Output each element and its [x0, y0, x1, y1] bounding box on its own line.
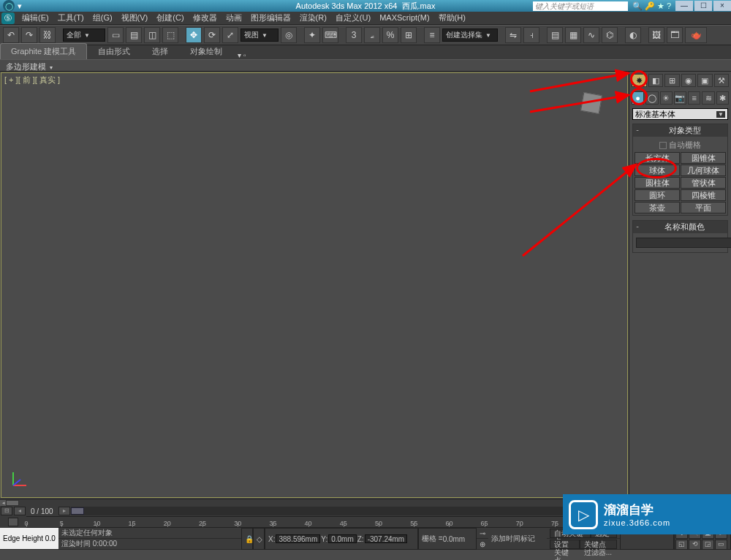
time-slider-knob[interactable] — [71, 507, 84, 515]
select-move-button[interactable]: ✥ — [186, 27, 202, 43]
menu-item[interactable]: 修改器 — [189, 13, 221, 22]
systems-cat-button[interactable]: ✱ — [716, 91, 729, 105]
setkey-button[interactable]: 设置关键点 — [550, 540, 580, 549]
render-frame-button[interactable]: 🗔 — [667, 27, 683, 43]
walk-button[interactable]: ▭ — [715, 540, 727, 550]
orbit-button[interactable]: ⟲ — [689, 540, 701, 550]
object-type-button[interactable]: 几何球体 — [681, 164, 726, 176]
menu-item[interactable]: 编辑(E) — [18, 13, 53, 22]
viewport-label[interactable]: [ + ][ 前 ][ 真实 ] — [4, 75, 60, 86]
zoomall-button[interactable]: ◱ — [675, 540, 688, 550]
schematic-button[interactable]: ⌬ — [602, 27, 618, 43]
trackbar-button[interactable] — [0, 516, 26, 528]
helpers-cat-button[interactable]: ≡ — [688, 91, 700, 105]
rollout-toggle-icon[interactable]: - — [633, 222, 642, 232]
select-scale-button[interactable]: ⤢ — [222, 27, 238, 43]
menu-item[interactable]: 渲染(R) — [295, 13, 331, 22]
qat-icon[interactable]: ▾ — [18, 1, 22, 11]
pivot-button[interactable]: ◎ — [281, 27, 297, 43]
prevkey-button[interactable]: ◂ — [14, 507, 26, 515]
maximize-vp-button[interactable]: ◲ — [702, 540, 714, 550]
ribbon-tab-freeform[interactable]: 自由形式 — [87, 43, 141, 59]
maximize-button[interactable]: ☐ — [694, 1, 712, 11]
rollout-toggle-icon[interactable]: - — [633, 125, 642, 136]
select-rotate-button[interactable]: ⟳ — [204, 27, 220, 43]
object-type-button[interactable]: 圆柱体 — [635, 177, 680, 189]
selection-filter-dropdown[interactable]: 全部▼ — [63, 29, 105, 42]
timetag-key-icon[interactable]: ⊸ — [477, 528, 488, 539]
spacewarps-cat-button[interactable]: ≋ — [702, 91, 714, 105]
geometry-cat-button[interactable]: ● — [632, 91, 644, 105]
minimize-button[interactable]: — — [675, 1, 693, 11]
undo-button[interactable]: ↶ — [3, 27, 19, 43]
keymode-button[interactable]: ⌨ — [322, 27, 338, 43]
object-type-button[interactable]: 长方体 — [635, 152, 680, 164]
menu-item[interactable]: 组(G) — [88, 13, 117, 22]
redo-button[interactable]: ↷ — [21, 27, 37, 43]
geometry-subtype-dropdown[interactable]: 标准基本体▼ — [632, 108, 728, 120]
select-name-button[interactable]: ▤ — [126, 27, 142, 43]
snap-toggle-button[interactable]: 3 — [346, 27, 362, 43]
key-icon[interactable]: 🔑 — [645, 1, 655, 11]
cameras-cat-button[interactable]: 📷 — [674, 91, 686, 105]
percent-snap-button[interactable]: % — [382, 27, 398, 43]
key-filter-button[interactable]: 关键点过滤器... — [580, 540, 617, 549]
menu-item[interactable]: 视图(V) — [117, 13, 153, 22]
render-button[interactable]: 🫖 — [685, 27, 707, 43]
object-type-button[interactable]: 圆锥体 — [681, 152, 726, 164]
scroll-thumb[interactable] — [6, 500, 19, 506]
window-crossing-button[interactable]: ⬚ — [162, 27, 178, 43]
search-icon[interactable]: 🔍 — [632, 1, 643, 11]
menu-item[interactable]: 创建(C) — [152, 13, 188, 22]
timetag-add-icon[interactable]: ⊕ — [477, 539, 488, 550]
viewport-front[interactable]: [ + ][ 前 ][ 真实 ] — [1, 72, 628, 498]
menu-item[interactable]: 帮助(H) — [434, 13, 470, 22]
application-menu-button[interactable]: Ⓢ — [1, 12, 15, 24]
select-object-button[interactable]: ▭ — [107, 27, 124, 43]
hierarchy-tab[interactable]: ⊞ — [664, 74, 680, 87]
ribbon-panel-label[interactable]: 多边形建模 ▾ — [0, 60, 731, 72]
mirror-button[interactable]: ⇋ — [505, 27, 521, 43]
close-button[interactable]: × — [713, 1, 731, 11]
spinner-snap-button[interactable]: ⊞ — [401, 27, 417, 43]
y-spinner[interactable]: 0.0mm — [328, 534, 357, 543]
ribbon-tab-paint[interactable]: 对象绘制 — [179, 43, 233, 59]
star-icon[interactable]: ★ — [657, 1, 664, 11]
render-setup-button[interactable]: 🖼 — [648, 27, 664, 43]
material-editor-button[interactable]: ◐ — [625, 27, 641, 43]
infocenter-icons[interactable]: 🔍 🔑 ★ ? — [632, 1, 671, 11]
ribbon-toggle-button[interactable]: ▦ — [565, 27, 581, 43]
object-name-input[interactable] — [636, 238, 731, 248]
help-search-input[interactable]: 键入关键字或短语 — [533, 1, 628, 11]
object-type-button[interactable]: 平面 — [681, 202, 726, 213]
nextkey-button[interactable]: ▸ — [58, 507, 70, 515]
object-type-button[interactable]: 球体 — [635, 164, 680, 176]
named-selset-dropdown[interactable]: 创建选择集▼ — [442, 29, 498, 42]
utilities-tab[interactable]: ⚒ — [714, 74, 730, 87]
modify-tab[interactable]: ◧ — [648, 74, 664, 87]
display-tab[interactable]: ▣ — [697, 74, 713, 87]
help-icon[interactable]: ? — [667, 1, 671, 11]
ribbon-collapse-icon[interactable]: ▾ ▫ — [238, 51, 246, 59]
menu-item[interactable]: 工具(T) — [53, 13, 88, 22]
curve-editor-button[interactable]: ∿ — [583, 27, 599, 43]
angle-snap-button[interactable]: ⦟ — [364, 27, 380, 43]
menu-item[interactable]: 动画 — [221, 13, 246, 22]
object-type-button[interactable]: 圆环 — [635, 189, 680, 201]
edit-selset-button[interactable]: ≡ — [424, 27, 440, 43]
lock-selection-button[interactable]: 🔒 — [241, 528, 253, 550]
menu-item[interactable]: MAXScript(M) — [375, 13, 433, 22]
manipulate-button[interactable]: ✦ — [304, 27, 320, 43]
viewcube[interactable] — [580, 92, 602, 114]
z-spinner[interactable]: -307.24mm — [365, 534, 408, 543]
create-tab[interactable]: ✸ — [632, 74, 647, 87]
ribbon-tab-selection[interactable]: 选择 — [141, 43, 179, 59]
object-type-button[interactable]: 四棱锥 — [681, 189, 726, 201]
align-button[interactable]: ⫞ — [523, 27, 539, 43]
x-spinner[interactable]: 388.596mm — [276, 534, 320, 543]
shapes-cat-button[interactable]: ◯ — [645, 91, 658, 105]
isolate-button[interactable]: ◇ — [253, 528, 265, 550]
select-region-button[interactable]: ◫ — [144, 27, 160, 43]
motion-tab[interactable]: ◉ — [681, 74, 697, 87]
refcoord-dropdown[interactable]: 视图▼ — [240, 29, 279, 42]
